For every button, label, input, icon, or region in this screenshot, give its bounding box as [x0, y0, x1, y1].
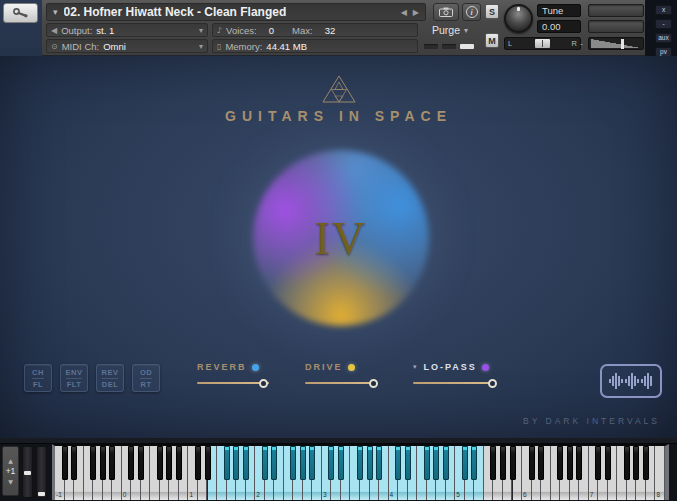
output-caret-icon[interactable]: ▾ [199, 26, 203, 35]
piano-key-black[interactable] [376, 446, 382, 480]
piano-key-black[interactable] [262, 446, 268, 480]
piano-key-black[interactable] [243, 446, 249, 480]
pan-handle[interactable] [535, 39, 550, 48]
volume-wedge [591, 39, 641, 48]
purge-menu[interactable]: Purge ▾ [421, 23, 479, 37]
piano-key-black[interactable] [271, 446, 277, 480]
piano-key-black[interactable] [224, 446, 230, 480]
pan-left-label: L [508, 39, 512, 48]
piano-key-black[interactable] [643, 446, 649, 480]
piano-key-black[interactable] [309, 446, 315, 480]
piano-key-black[interactable] [510, 446, 516, 480]
purge-label: Purge [432, 24, 460, 36]
piano-key-black[interactable] [595, 446, 601, 480]
memory-label: Memory: [225, 41, 262, 52]
minimize-button[interactable]: - [655, 19, 672, 29]
previous-patch-icon[interactable]: ◀ [401, 8, 407, 17]
patch-title-bar[interactable]: ▾ 02. Hofner Hiwatt Neck - Clean Flanged… [46, 3, 426, 21]
slider-knob[interactable] [488, 379, 497, 388]
piano-key-black[interactable] [328, 446, 334, 480]
piano-key-black[interactable] [529, 446, 535, 480]
slider-track[interactable] [413, 382, 495, 384]
piano-key-black[interactable] [195, 446, 201, 480]
volume-slider[interactable] [588, 37, 644, 50]
max-voices-label: Max: [292, 25, 313, 36]
mod-wheel-handle[interactable] [38, 492, 45, 496]
output-selector[interactable]: ◀ Output: st. 1 ▾ [46, 23, 208, 37]
piano-key-black[interactable] [100, 446, 106, 480]
piano-key-black[interactable] [176, 446, 182, 480]
slider-knob[interactable] [259, 379, 268, 388]
piano-key-black[interactable] [138, 446, 144, 480]
piano-key-white[interactable]: 8 [655, 446, 665, 500]
piano-key-black[interactable] [109, 446, 115, 480]
pitch-wheel-handle[interactable] [24, 471, 31, 475]
info-view-button[interactable]: i [462, 3, 481, 21]
piano-key-black[interactable] [538, 446, 544, 480]
next-patch-icon[interactable]: ▶ [413, 8, 419, 17]
lo-pass-menu-caret-icon[interactable]: ▾ [413, 363, 417, 371]
transpose-up-icon[interactable]: ▲ [8, 457, 13, 464]
piano-key-black[interactable] [443, 446, 449, 480]
midi-caret-icon[interactable]: ▾ [199, 42, 203, 51]
fx-button-ch-fl[interactable]: CHFL [24, 364, 52, 392]
midi-value: Omni [103, 41, 126, 52]
piano-key-black[interactable] [300, 446, 306, 480]
slider-track[interactable] [305, 382, 377, 384]
solo-button[interactable]: S [485, 4, 499, 19]
fx-button-od-rt[interactable]: ODRT [132, 364, 160, 392]
slider-track[interactable] [197, 382, 269, 384]
piano-key-black[interactable] [567, 446, 573, 480]
piano-key-black[interactable] [576, 446, 582, 480]
byline: BY DARK INTERVALS [523, 416, 660, 426]
patch-menu-caret-icon[interactable]: ▾ [53, 7, 58, 17]
piano-key-black[interactable] [433, 446, 439, 480]
piano-key-black[interactable] [166, 446, 172, 480]
camera-icon [439, 7, 453, 17]
snapshot-view-button[interactable] [433, 3, 459, 21]
piano-key-black[interactable] [367, 446, 373, 480]
waveform-icon [608, 370, 654, 392]
piano-key-black[interactable] [233, 446, 239, 480]
mute-button[interactable]: M [485, 33, 499, 48]
tune-value-box[interactable]: 0.00 [537, 20, 581, 33]
piano-key-black[interactable] [490, 446, 496, 480]
patch-title: 02. Hofner Hiwatt Neck - Clean Flanged [64, 5, 395, 19]
piano-key-black[interactable] [338, 446, 344, 480]
piano-key-black[interactable] [157, 446, 163, 480]
close-button[interactable]: x [655, 5, 672, 15]
piano-key-black[interactable] [71, 446, 77, 480]
piano-key-black[interactable] [62, 446, 68, 480]
piano-key-black[interactable] [624, 446, 630, 480]
piano-key-black[interactable] [205, 446, 211, 480]
output-label: Output: [61, 25, 92, 36]
pan-slider[interactable]: L R [504, 37, 581, 50]
piano-key-black[interactable] [90, 446, 96, 480]
midi-icon: ⊙ [51, 42, 58, 51]
piano-key-black[interactable] [462, 446, 468, 480]
fx-button-env-flt[interactable]: ENVFLT [60, 364, 88, 392]
edit-wrench-button[interactable] [3, 3, 38, 23]
aux-button[interactable]: aux [655, 33, 672, 43]
piano-key-black[interactable] [405, 446, 411, 480]
piano-key-black[interactable] [605, 446, 611, 480]
tune-knob[interactable] [504, 4, 533, 33]
piano-key-black[interactable] [357, 446, 363, 480]
volume-handle[interactable] [621, 39, 624, 49]
waveform-button[interactable] [600, 364, 662, 398]
mod-wheel[interactable] [36, 446, 47, 498]
midi-channel-selector[interactable]: ⊙ MIDI Ch: Omni ▾ [46, 39, 208, 53]
fx-button-rev-del[interactable]: REVDEL [96, 364, 124, 392]
piano-key-black[interactable] [424, 446, 430, 480]
fx-button-line1: CH [32, 368, 44, 379]
piano-key-black[interactable] [557, 446, 563, 480]
pitch-wheel[interactable] [22, 446, 33, 498]
piano-key-black[interactable] [633, 446, 639, 480]
piano-key-black[interactable] [395, 446, 401, 480]
piano-key-black[interactable] [500, 446, 506, 480]
piano-key-black[interactable] [290, 446, 296, 480]
slider-knob[interactable] [369, 379, 378, 388]
transpose-down-icon[interactable]: ▼ [8, 478, 13, 485]
piano-key-black[interactable] [471, 446, 477, 480]
piano-key-black[interactable] [128, 446, 134, 480]
